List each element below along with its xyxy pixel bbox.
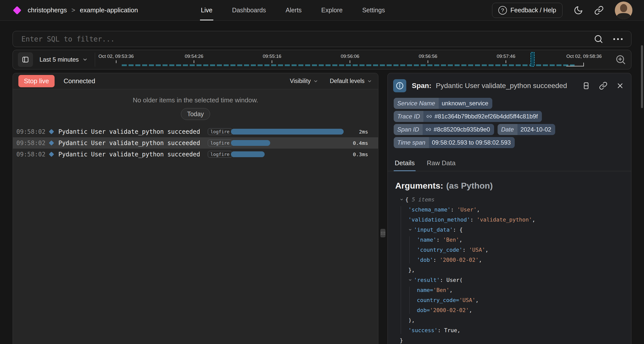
logfire-tag[interactable]: logfire bbox=[208, 151, 232, 158]
tab-alerts[interactable]: Alerts bbox=[286, 0, 302, 20]
code-token: : { bbox=[453, 227, 463, 233]
empty-window-notice: No older items in the selected time wind… bbox=[13, 96, 378, 104]
trace-timestamp: 09:58:02 bbox=[16, 151, 49, 158]
tab-settings[interactable]: Settings bbox=[362, 0, 385, 20]
tab-dashboards[interactable]: Dashboards bbox=[232, 0, 266, 20]
arguments-heading: Arguments:(as Python) bbox=[395, 181, 624, 191]
arguments-heading-suffix: (as Python) bbox=[446, 181, 493, 190]
code-line: dob='2000-02-02', bbox=[395, 305, 624, 315]
code-line: name='Ben', bbox=[395, 285, 624, 295]
code-line: 'validation_method': 'validate_python', bbox=[395, 215, 624, 225]
timeline-tick-mark bbox=[428, 60, 428, 63]
dark-mode-moon-icon[interactable] bbox=[574, 6, 583, 15]
code-token: , bbox=[479, 257, 482, 263]
timeline-area[interactable]: Oct 02, 09:53:3609:54:2609:55:1609:56:06… bbox=[98, 50, 611, 69]
today-button[interactable]: Today bbox=[181, 108, 210, 120]
code-line: 'result': User( bbox=[395, 275, 624, 285]
code-token: { bbox=[405, 196, 412, 203]
code-line: 'name': 'Ben', bbox=[395, 235, 624, 245]
code-line: ), bbox=[395, 315, 624, 325]
code-line: }, bbox=[395, 265, 624, 275]
code-token: : bbox=[451, 206, 457, 213]
timeline-tick-label: Oct 02, 09:53:36 bbox=[98, 54, 134, 59]
timeline-bar: Last 5 minutes Oct 02, 09:53:3609:54:260… bbox=[13, 50, 631, 69]
badge-value: #8c85209cb935b9e0 bbox=[423, 124, 494, 135]
app-screen: christophergs > example-application Live… bbox=[0, 0, 644, 344]
logfire-tag[interactable]: logfire bbox=[208, 128, 232, 135]
span-kind-label: Span: bbox=[412, 82, 431, 90]
split-view-icon[interactable] bbox=[582, 81, 590, 90]
collapse-chevron-icon[interactable] bbox=[408, 278, 414, 282]
badge-label: Service Name bbox=[394, 98, 439, 109]
trace-message: Pydantic User validate_python succeeded bbox=[58, 128, 200, 135]
share-link-icon[interactable] bbox=[594, 6, 604, 15]
timeline-tick: Oct 02, 09:53:36 bbox=[98, 54, 134, 63]
tab-live[interactable]: Live bbox=[201, 0, 213, 20]
zoom-in-icon[interactable] bbox=[615, 54, 626, 65]
duration-bar bbox=[231, 151, 265, 157]
arguments-heading-text: Arguments: bbox=[395, 181, 443, 190]
chevron-down-icon bbox=[313, 79, 318, 84]
timeline-tick-mark bbox=[194, 60, 194, 63]
breadcrumb-org[interactable]: christophergs bbox=[28, 6, 67, 14]
default-levels-dropdown[interactable]: Default levels bbox=[330, 78, 372, 84]
code-token: : bbox=[462, 247, 469, 253]
close-icon[interactable] bbox=[616, 82, 624, 90]
code-token: '2000-02-02' bbox=[440, 257, 479, 263]
duration-label: 2ms bbox=[359, 129, 368, 135]
more-options-icon[interactable] bbox=[613, 38, 623, 40]
live-panel-header: Stop live Connected Visibility Default l… bbox=[13, 73, 378, 89]
timeline-tick: 09:54:26 bbox=[185, 54, 203, 63]
user-avatar[interactable] bbox=[615, 2, 632, 19]
visibility-dropdown[interactable]: Visibility bbox=[290, 78, 318, 84]
code-token: : bbox=[440, 277, 447, 283]
sql-filter-input[interactable] bbox=[21, 35, 594, 43]
code-line: 'country_code': 'USA', bbox=[395, 245, 624, 255]
indent-guide bbox=[401, 206, 401, 334]
badge-value-text: #8c85209cb935b9e0 bbox=[434, 126, 490, 133]
page-scrollbar[interactable] bbox=[641, 45, 643, 108]
logfire-tag[interactable]: logfire bbox=[208, 140, 232, 146]
code-token: 'name' bbox=[417, 237, 436, 243]
collapse-chevron-icon[interactable] bbox=[408, 228, 414, 232]
code-line: } bbox=[395, 335, 624, 344]
trace-message: Pydantic User validate_python succeeded bbox=[58, 151, 200, 158]
link-icon bbox=[426, 114, 432, 119]
logfire-logo-icon[interactable] bbox=[13, 6, 21, 15]
search-icon[interactable] bbox=[594, 34, 603, 44]
badge-trace-id: Trace ID#81c364b79bbd92ef26b4dd5ff4c81b9… bbox=[394, 111, 542, 122]
span-name: Pydantic User validate_python succeeded bbox=[436, 82, 567, 90]
trace-row[interactable]: 09:58:02Pydantic User validate_python su… bbox=[13, 137, 378, 149]
badge-value-text: 2024-10-02 bbox=[520, 126, 551, 133]
code-token: 'validate_python' bbox=[477, 217, 532, 223]
breadcrumb-separator: > bbox=[71, 6, 75, 14]
trace-row[interactable]: 09:58:02Pydantic User validate_python su… bbox=[13, 149, 378, 160]
link-icon bbox=[426, 127, 431, 132]
trace-row[interactable]: 09:58:02Pydantic User validate_python su… bbox=[13, 126, 378, 137]
collapse-chevron-icon[interactable] bbox=[400, 198, 405, 201]
detail-tab-details[interactable]: Details bbox=[394, 157, 416, 171]
breadcrumb-project[interactable]: example-application bbox=[80, 6, 138, 14]
code-token: , bbox=[532, 217, 535, 223]
arguments-code[interactable]: { 5 items'schema_name': 'User','validati… bbox=[395, 195, 624, 344]
time-range-dropdown[interactable]: Last 5 minutes bbox=[39, 56, 88, 63]
badge-service-name: Service Nameunknown_service bbox=[394, 98, 492, 109]
tab-explore[interactable]: Explore bbox=[321, 0, 343, 20]
code-token: 5 items bbox=[412, 196, 435, 203]
live-trace-panel: Stop live Connected Visibility Default l… bbox=[13, 73, 378, 344]
stop-live-button[interactable]: Stop live bbox=[18, 75, 55, 87]
feedback-help-button[interactable]: ? Feedback / Help bbox=[492, 3, 562, 18]
detail-tab-raw-data[interactable]: Raw Data bbox=[426, 157, 456, 171]
code-token: 'input_data' bbox=[414, 227, 453, 233]
code-line: 'schema_name': 'User', bbox=[395, 205, 624, 215]
code-token: '2000-02-02' bbox=[430, 307, 469, 313]
panel-resize-grip-icon[interactable] bbox=[380, 229, 385, 237]
feedback-help-label: Feedback / Help bbox=[510, 7, 556, 14]
copy-link-icon[interactable] bbox=[599, 81, 608, 90]
question-icon: ? bbox=[498, 6, 507, 15]
breadcrumb: christophergs > example-application bbox=[28, 6, 138, 14]
code-token: 'USA' bbox=[459, 297, 475, 303]
timeline-tick-label: 09:56:56 bbox=[419, 54, 437, 59]
timeline-divider bbox=[95, 53, 95, 67]
sidebar-toggle-icon[interactable] bbox=[18, 52, 33, 67]
